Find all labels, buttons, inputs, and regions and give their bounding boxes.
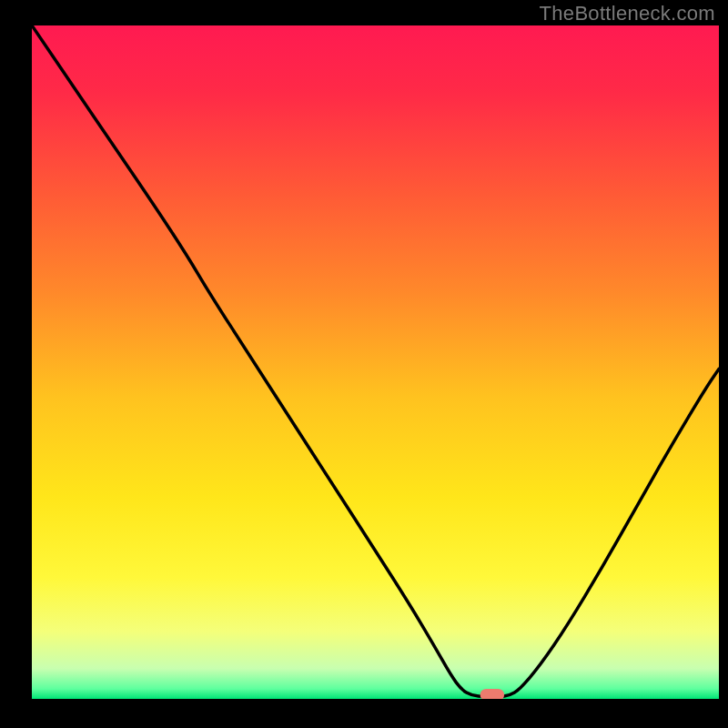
bottleneck-chart [32,25,719,699]
gradient-background [32,25,719,699]
watermark-text: TheBottleneck.com [540,2,715,25]
optimal-marker [480,689,504,699]
chart-frame: TheBottleneck.com [0,0,728,728]
